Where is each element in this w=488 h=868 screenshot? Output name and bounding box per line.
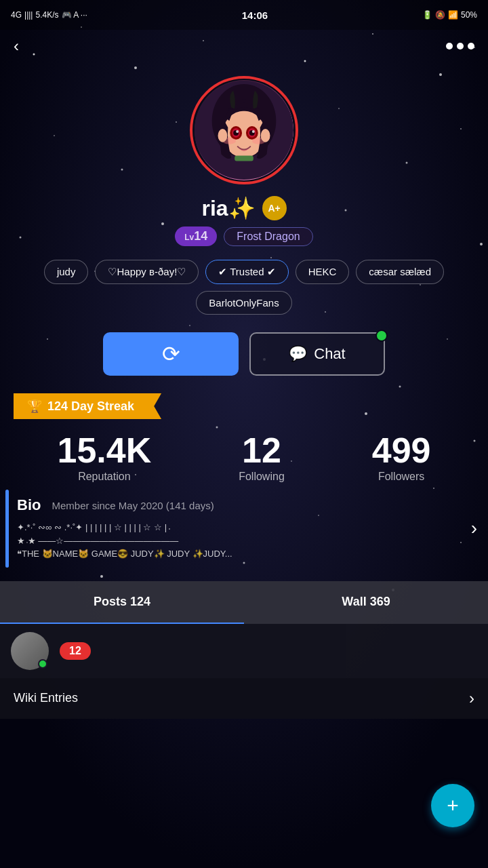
tag-trusted: ✔ Trusted ✔ — [205, 260, 288, 284]
battery-icon: 🔋 — [422, 10, 432, 20]
stats-section: 15.4K Reputation 12 Following 499 Follow… — [0, 419, 488, 490]
following-value: 12 — [242, 433, 281, 468]
status-bar: 4G |||| 5.4K/s 🎮 A ··· 14:06 🔋 🔕 📶 50% — [0, 0, 488, 30]
stat-followers: 499 Followers — [372, 433, 431, 483]
svg-point-58 — [261, 129, 270, 142]
back-button[interactable]: ‹ — [14, 37, 19, 56]
tag-happy: ♡Нappy в-ðay!♡ — [95, 260, 199, 284]
username-row: ria✨ A+ — [201, 195, 286, 221]
bottom-tabs: Posts 124 Wall 369 — [0, 581, 488, 624]
bio-section: Bio Member since May 2020 (141 days) ✦.*… — [17, 490, 471, 568]
tab-posts[interactable]: Posts 124 — [0, 581, 244, 624]
bio-expand-button[interactable]: › — [471, 490, 488, 568]
chat-label: Chat — [314, 345, 345, 363]
wiki-entries-section: Wiki Entries › — [0, 678, 488, 719]
wiki-entries-label: Wiki Entries — [14, 691, 78, 705]
avatar-ring — [190, 76, 298, 184]
rank-badge: A+ — [262, 196, 287, 220]
tag-caesar: cæsar sælæd — [356, 260, 444, 284]
avatar-image[interactable] — [195, 80, 293, 180]
fab-icon: + — [447, 794, 459, 817]
followers-label: Followers — [378, 471, 424, 483]
top-nav: ‹ — [0, 30, 488, 62]
online-indicator — [375, 330, 388, 342]
username-text: ria✨ — [201, 195, 255, 221]
dot-1 — [446, 43, 453, 50]
streak-tag: 🏆 124 Day Streak — [14, 393, 161, 419]
reputation-value: 15.4K — [57, 433, 151, 468]
notification-badge: 12 — [60, 642, 91, 660]
tag-hekc: HEKC — [296, 260, 350, 284]
level-badge: Lv14 — [175, 226, 217, 246]
reputation-label: Reputation — [78, 471, 130, 483]
svg-rect-59 — [235, 155, 253, 161]
dot-3 — [468, 43, 474, 50]
chat-icon: 💬 — [289, 345, 307, 363]
bottom-avatar[interactable] — [11, 632, 49, 670]
svg-point-38 — [100, 575, 103, 578]
follow-icon: ⟳ — [162, 341, 180, 367]
tags-section: judy ♡Нappy в-ðay!♡ ✔ Trusted ✔ HEKC cæs… — [0, 246, 488, 321]
streak-banner: 🏆 124 Day Streak — [0, 393, 488, 419]
avatar-container — [190, 76, 298, 184]
svg-point-54 — [252, 130, 255, 133]
follow-button[interactable]: ⟳ — [103, 332, 239, 376]
bottom-user-row: 12 — [0, 624, 488, 678]
speed-indicator: 5.4K/s — [35, 10, 58, 20]
level-row: Lv14 Frost Dragon — [175, 226, 312, 246]
trophy-icon: 🏆 — [27, 399, 42, 414]
app-icons: 🎮 A ··· — [62, 10, 87, 20]
bio-since: Member since May 2020 (141 days) — [52, 500, 214, 511]
followers-value: 499 — [372, 433, 431, 468]
status-right: 🔋 🔕 📶 50% — [422, 10, 477, 20]
more-options-button[interactable] — [446, 43, 474, 50]
mute-icon: 🔕 — [435, 10, 445, 20]
fab-add-button[interactable]: + — [431, 784, 474, 827]
svg-point-57 — [218, 129, 228, 142]
tag-judy: judy — [44, 260, 89, 284]
tag-barlot: BarlotOnlyFans — [196, 291, 291, 315]
wifi-icon: 📶 — [448, 10, 458, 20]
title-badge: Frost Dragon — [224, 227, 312, 246]
profile-section: ria✨ A+ Lv14 Frost Dragon — [0, 62, 488, 246]
battery-percent: 50% — [461, 10, 477, 20]
dot-2 — [457, 43, 464, 50]
stat-reputation: 15.4K Reputation — [57, 433, 151, 483]
tab-wall[interactable]: Wall 369 — [244, 581, 488, 624]
action-buttons: ⟳ 💬 Chat — [0, 321, 488, 387]
svg-point-53 — [236, 130, 239, 133]
following-label: Following — [239, 471, 285, 483]
status-time: 14:06 — [242, 9, 268, 21]
bio-content: ✦.*·˚ ∾∞ ∾ .*·˚✦ | | | | | | ☆ | | | | ☆… — [17, 521, 471, 568]
bottom-online-dot — [38, 659, 47, 669]
stat-following: 12 Following — [239, 433, 285, 483]
bio-title: Bio — [17, 496, 41, 514]
streak-label: 124 Day Streak — [47, 399, 134, 414]
network-indicator: 4G — [11, 10, 22, 20]
status-left: 4G |||| 5.4K/s 🎮 A ··· — [11, 10, 87, 20]
signal-bars: |||| — [24, 10, 33, 20]
wiki-expand-button[interactable]: › — [469, 689, 474, 708]
chat-button[interactable]: 💬 Chat — [249, 332, 385, 376]
bio-indicator — [5, 490, 9, 568]
